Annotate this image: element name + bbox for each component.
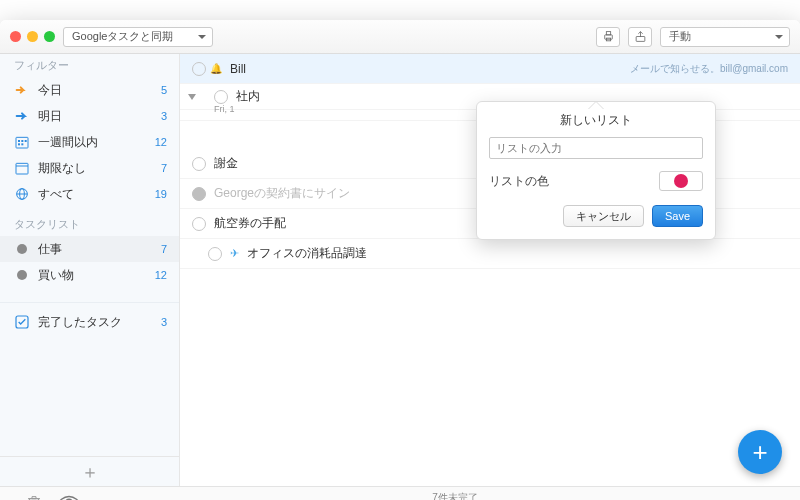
new-list-popover: 新しいリスト リストの色 キャンセル Save: [476, 101, 716, 240]
list-color-icon: [14, 241, 30, 257]
task-title: Georgeの契約書にサイン: [214, 185, 350, 202]
task-row[interactable]: ✈ オフィスの消耗品調達: [180, 239, 800, 269]
svg-rect-8: [18, 143, 20, 145]
calendar-grid-icon: [14, 134, 30, 150]
list-work[interactable]: 仕事 7: [0, 236, 179, 262]
status-text: 7件未完了 1件完了: [194, 491, 716, 501]
filter-today[interactable]: 今日 5: [0, 77, 179, 103]
color-swatch-icon: [674, 174, 688, 188]
window-controls[interactable]: [10, 31, 55, 42]
plane-icon: ✈: [230, 247, 239, 260]
app-window: Googleタスクと同期 手動 フィルター 今日 5 明日 3: [0, 20, 800, 500]
plus-icon: ＋: [81, 463, 99, 481]
svg-rect-9: [21, 143, 23, 145]
status-bar: 7件未完了 1件完了: [0, 486, 800, 500]
task-checkbox[interactable]: [214, 90, 228, 104]
zoom-icon[interactable]: [44, 31, 55, 42]
printer-icon: [602, 30, 615, 43]
minimize-icon[interactable]: [27, 31, 38, 42]
tasklists-header: タスクリスト: [0, 213, 179, 236]
task-title: 社内: [236, 88, 260, 105]
svg-rect-5: [18, 140, 20, 142]
list-name-input[interactable]: [489, 137, 703, 159]
list-color-picker[interactable]: [659, 171, 703, 191]
svg-rect-7: [25, 140, 27, 142]
svg-rect-3: [636, 37, 645, 42]
list-color-icon: [14, 267, 30, 283]
svg-rect-0: [604, 35, 612, 39]
share-icon: [634, 30, 647, 43]
sort-dropdown[interactable]: 手動: [660, 27, 790, 47]
plus-icon: +: [752, 437, 767, 468]
trash-icon: [26, 494, 42, 500]
save-button[interactable]: Save: [652, 205, 703, 227]
disclosure-icon[interactable]: [188, 94, 196, 100]
task-checkbox[interactable]: [192, 217, 206, 231]
today-icon: [14, 82, 30, 98]
share-button[interactable]: [628, 27, 652, 47]
task-checkbox[interactable]: [192, 187, 206, 201]
task-title: オフィスの消耗品調達: [247, 245, 367, 262]
sync-dropdown-label: Googleタスクと同期: [72, 29, 173, 44]
task-row[interactable]: 🔔 Bill メールで知らせる。bill@gmail.com: [180, 54, 800, 84]
completed-tasks[interactable]: 完了したタスク 3: [0, 309, 179, 335]
tomorrow-icon: [14, 108, 30, 124]
filters-header: フィルター: [0, 54, 179, 77]
task-checkbox[interactable]: [208, 247, 222, 261]
sidebar: フィルター 今日 5 明日 3 一週間以内 12 期限なし 7: [0, 54, 180, 486]
add-list-button[interactable]: ＋: [0, 456, 179, 486]
globe-icon: [14, 186, 30, 202]
task-list: 🔔 Bill メールで知らせる。bill@gmail.com 社内 Fri, 1…: [180, 54, 800, 486]
svg-rect-4: [16, 137, 28, 148]
filter-nodate[interactable]: 期限なし 7: [0, 155, 179, 181]
svg-rect-1: [606, 32, 610, 35]
task-hint: メールで知らせる。bill@gmail.com: [630, 62, 788, 76]
task-checkbox[interactable]: [192, 157, 206, 171]
svg-rect-10: [16, 163, 28, 174]
svg-rect-6: [21, 140, 23, 142]
titlebar: Googleタスクと同期 手動: [0, 20, 800, 54]
list-color-label: リストの色: [489, 173, 659, 190]
cancel-button[interactable]: キャンセル: [563, 205, 644, 227]
filter-week[interactable]: 一週間以内 12: [0, 129, 179, 155]
check-icon: [14, 314, 30, 330]
visibility-button[interactable]: [58, 495, 80, 500]
filter-all[interactable]: すべて 19: [0, 181, 179, 207]
task-checkbox[interactable]: [192, 62, 206, 76]
eye-icon: [58, 495, 80, 500]
trash-button[interactable]: [26, 494, 42, 500]
filter-tomorrow[interactable]: 明日 3: [0, 103, 179, 129]
sync-dropdown[interactable]: Googleタスクと同期: [63, 27, 213, 47]
close-icon[interactable]: [10, 31, 21, 42]
calendar-empty-icon: [14, 160, 30, 176]
sort-dropdown-label: 手動: [669, 29, 691, 44]
popover-title: 新しいリスト: [489, 110, 703, 137]
print-button[interactable]: [596, 27, 620, 47]
add-task-fab[interactable]: +: [738, 430, 782, 474]
task-title: Bill: [230, 62, 246, 76]
task-title: 謝金: [214, 155, 238, 172]
task-title: 航空券の手配: [214, 215, 286, 232]
list-shopping[interactable]: 買い物 12: [0, 262, 179, 288]
bell-icon: 🔔: [210, 63, 222, 74]
